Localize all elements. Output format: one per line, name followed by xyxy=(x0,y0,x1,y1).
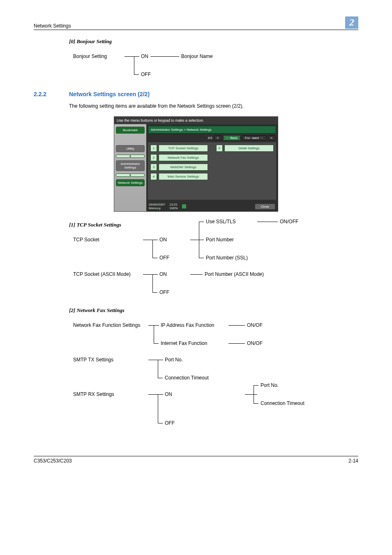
tcp-off: OFF xyxy=(159,255,169,261)
ss-item-4[interactable]: 4 Web Service Settings xyxy=(150,173,208,180)
smtprx-on: ON xyxy=(165,391,243,397)
ss-instruction: Use the menu buttons or keypad to make a… xyxy=(114,117,278,124)
ss-network-button[interactable]: Network Settings xyxy=(116,179,145,186)
ss-forward-button[interactable]: For- ward → xyxy=(242,135,266,141)
bonjour-name-label: Bonjour Name xyxy=(181,53,213,59)
ss-arrow-down-1: ▼ xyxy=(116,155,145,158)
ss-admin-button[interactable]: Administrator Settings xyxy=(116,160,145,171)
page-header: Network Settings 2 xyxy=(34,16,358,30)
bonjour-tree: Bonjour Setting ON Bonjour Name OFF xyxy=(73,52,358,79)
section-2-2-2-heading: 2.2.2 Network Settings screen (2/2) xyxy=(34,91,358,97)
use-ssl-onoff: ON/OFF xyxy=(280,219,298,224)
ss-time: 13:21 xyxy=(169,203,178,206)
ifax-onof: ON/OF xyxy=(247,340,263,346)
ss-pager-first[interactable]: « xyxy=(214,135,221,141)
header-title: Network Settings xyxy=(34,23,71,29)
ss-item-6[interactable]: 6 Detail Settings xyxy=(216,145,274,152)
tcp-ascii-label: TCP Socket (ASCII Mode) xyxy=(73,271,131,277)
footer-page: 2-14 xyxy=(348,458,358,464)
ss-sidebar: Bookmark Utility ▼ Administrator Setting… xyxy=(114,124,146,211)
smtprx-label: SMTP RX Settings xyxy=(73,391,114,397)
bonjour-off: OFF xyxy=(141,72,151,77)
ss-item-3[interactable]: 3 WebDAV Settings xyxy=(150,164,208,171)
smtptx-label: SMTP TX Settings xyxy=(73,357,113,363)
ss-pager-last[interactable]: » xyxy=(268,135,275,141)
ss-pager: 2/2 « ← Back For- ward → » xyxy=(146,134,278,142)
ss-breadcrumb: Administrator Settings > Network Setting… xyxy=(148,126,276,134)
fax-func-label: Network Fax Function Settings xyxy=(73,322,140,328)
section-number: 2.2.2 xyxy=(34,91,69,97)
smtptx-port: Port No. xyxy=(165,357,183,363)
section-intro: The following setting items are availabl… xyxy=(69,103,358,109)
fax-tree: Network Fax Function Settings IP Address… xyxy=(73,321,358,427)
tcp-ascii-on: ON xyxy=(159,271,188,277)
ss-utility-button[interactable]: Utility xyxy=(116,145,145,152)
ss-memory-label: Memory xyxy=(149,206,165,210)
ss-arrow-down-2: ▼ xyxy=(116,173,145,177)
ss-status-icon xyxy=(182,204,186,208)
page-footer: C353/C253/C203 2-14 xyxy=(34,456,358,464)
bonjour-setting-label: Bonjour Setting xyxy=(73,53,107,59)
ss-page-indicator: 2/2 xyxy=(208,136,212,140)
ss-close-button[interactable]: Close xyxy=(255,204,275,210)
tcp-socket-label: TCP Socket xyxy=(73,237,99,243)
ss-date: 26/09/2007 xyxy=(149,203,165,206)
ipfax-label: IP Address Fax Function xyxy=(161,322,226,328)
chapter-badge: 2 xyxy=(345,16,358,29)
ss-back-button[interactable]: ← Back xyxy=(223,135,240,141)
smtprx-off: OFF xyxy=(165,420,175,426)
ss-item-2[interactable]: 2 Network Fax Settings xyxy=(150,154,208,161)
embedded-screenshot: Use the menu buttons or keypad to make a… xyxy=(114,116,278,212)
ss-memory-pct: 100% xyxy=(169,206,178,210)
bonjour-on: ON xyxy=(141,53,148,59)
section-0-heading: [0] Bonjour Setting xyxy=(69,38,358,45)
smtprx-port: Port No. xyxy=(261,382,279,388)
tcp-tree: TCP Socket ON Use SSL/TLS ON/OFF xyxy=(73,236,358,296)
smtprx-timeout: Connection Timeout xyxy=(261,400,304,406)
ipfax-onof: ON/OF xyxy=(247,322,263,328)
port-number-label: Port Number xyxy=(206,237,234,243)
smtptx-timeout: Connection Timeout xyxy=(165,375,209,381)
tcp-on: ON xyxy=(159,237,188,243)
use-ssl-label: Use SSL/TLS xyxy=(206,219,255,224)
footer-model: C353/C253/C203 xyxy=(34,458,72,464)
ss-item-1[interactable]: 1 TCP Socket Settings xyxy=(150,145,208,152)
port-number-ssl-label: Port Number (SSL) xyxy=(206,255,248,261)
ifax-label: Internet Fax Function xyxy=(161,340,226,346)
section-title: Network Settings screen (2/2) xyxy=(69,91,150,97)
tcp-ascii-off: OFF xyxy=(159,289,169,295)
port-ascii-label: Port Number (ASCII Mode) xyxy=(205,271,264,277)
ss-bookmark-button[interactable]: Bookmark xyxy=(116,127,145,134)
section-2-heading: [2] Network Fax Settings xyxy=(69,307,358,314)
